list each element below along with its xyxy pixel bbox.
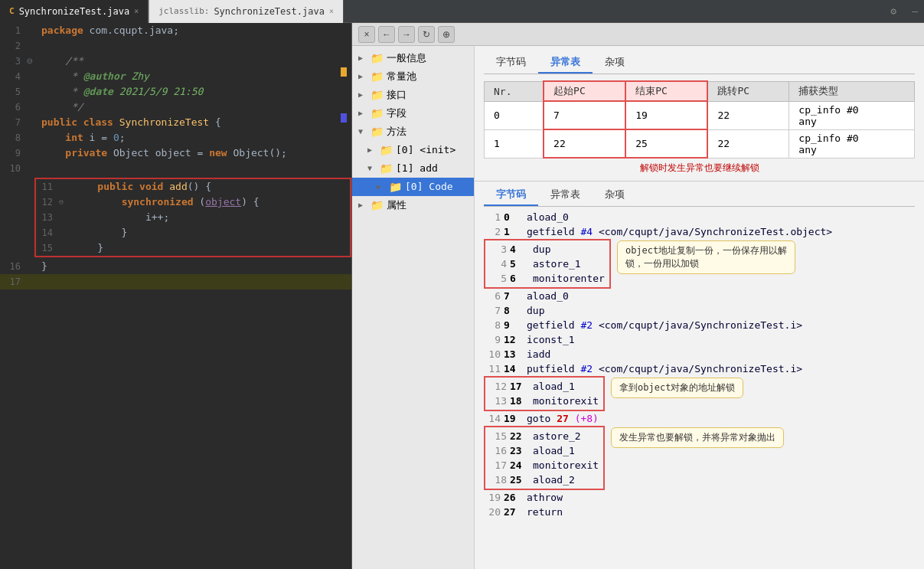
right-tab-close[interactable]: × (329, 7, 334, 15)
jclass-body: ▶ 📁 一般信息 ▶ 📁 常量池 ▶ 📁 接口 ▶ 📁 字段 (352, 46, 924, 569)
main-container: 1 package com.cqupt.java; 2 3 ⊖ /** 4 * … (0, 23, 924, 569)
col-catch: 捕获类型 (789, 81, 915, 101)
bookmark-1 (341, 67, 347, 77)
bc-line-6: 6 7 aload_0 (484, 289, 915, 303)
code-line-2: 2 (0, 38, 351, 54)
bytecode-section: 字节码 异常表 杂项 1 0 aload_0 2 1 getfield # (475, 181, 924, 522)
minimize-icon[interactable]: — (906, 5, 924, 17)
col-jump: 跳转PC (707, 81, 789, 101)
exc-row-1: 1 22 25 22 cp_info #0any (485, 129, 915, 158)
bookmark-2 (341, 113, 347, 123)
exc-start-0: 7 (544, 101, 625, 129)
tab-exception-top[interactable]: 异常表 (538, 52, 593, 74)
code-line-14: 14 } (36, 225, 350, 240)
tree-item-interface[interactable]: ▶ 📁 接口 (352, 86, 474, 104)
bc-line-2: 2 1 getfield #4 <com/cqupt/java/Synchron… (484, 224, 915, 239)
bc-redbox-3-annotation: 15 22 astore_2 16 23 aload_1 17 (484, 426, 915, 490)
exception-table-section: 字节码 异常表 杂项 Nr. 起始PC 结束PC 跳转PC 捕获类型 (475, 46, 924, 181)
code-line-11: 11 public void add() { (36, 179, 350, 195)
bc-line-20: 20 27 return (484, 505, 915, 519)
code-line-9: 9 private Object object = new Object(); (0, 146, 351, 161)
zoom-nav-btn[interactable]: ⊕ (438, 26, 455, 43)
tree-item-fields[interactable]: ▶ 📁 字段 (352, 104, 474, 123)
code-line-1: 1 package com.cqupt.java; (0, 23, 351, 38)
tab-exception-bottom[interactable]: 异常表 (538, 185, 593, 206)
bytecode-tab-row: 字节码 异常表 杂项 (484, 185, 915, 207)
tree-item-add[interactable]: ▼ 📁 [1] add (352, 159, 474, 178)
exception-tab-row: 字节码 异常表 杂项 (484, 52, 915, 74)
bc-line-13: 13 18 monitorexit (490, 394, 599, 408)
bc-redbox-1: 3 4 dup 4 5 astore_1 5 6 (484, 239, 611, 289)
jclass-panel: × ← → ↻ ⊕ ▶ 📁 一般信息 ▶ 📁 常量池 (352, 23, 924, 569)
annotation-dup: object地址复制一份，一份保存用以解锁，一份用以加锁 (617, 240, 795, 274)
refresh-nav-btn[interactable]: ↻ (418, 26, 435, 43)
right-tab-label: SynchronizeTest.java (214, 6, 325, 17)
bc-line-17: 17 24 monitorexit (490, 458, 599, 473)
bc-line-14: 14 19 goto 27 (+8) (484, 411, 915, 426)
bc-line-7: 7 8 dup (484, 303, 915, 318)
tree-panel: ▶ 📁 一般信息 ▶ 📁 常量池 ▶ 📁 接口 ▶ 📁 字段 (352, 46, 475, 569)
bc-redbox-2: 12 17 aload_1 13 18 monitorexit (484, 376, 605, 411)
exc-nr-0: 0 (485, 101, 544, 129)
tree-item-general[interactable]: ▶ 📁 一般信息 (352, 49, 474, 67)
settings-icon[interactable]: ⚙ (881, 5, 906, 17)
code-line-16: 16 } (0, 259, 351, 274)
exc-start-1: 22 (544, 129, 625, 158)
col-nr: Nr. (485, 81, 544, 101)
exc-end-1: 25 (625, 129, 707, 158)
bc-line-15: 15 22 astore_2 (490, 429, 599, 443)
code-line-5: 5 * @date 2021/5/9 21:50 (0, 84, 351, 100)
jclass-tabbar: × ← → ↻ ⊕ (352, 23, 924, 46)
close-nav-btn[interactable]: × (358, 26, 375, 43)
jclass-prefix: jclasslib: (158, 6, 209, 16)
exc-jump-1: 22 (707, 129, 789, 158)
tab-bytecode-bottom[interactable]: 字节码 (484, 185, 538, 206)
code-panel: 1 package com.cqupt.java; 2 3 ⊖ /** 4 * … (0, 23, 352, 569)
annotation-exception: 发生异常也要解锁，并将异常对象抛出 (611, 427, 784, 448)
exc-catch-1: cp_info #0any (789, 129, 915, 158)
tree-item-methods[interactable]: ▼ 📁 方法 (352, 123, 474, 141)
tree-item-code[interactable]: ▶ 📁 [0] Code (352, 178, 474, 196)
detail-area: 字节码 异常表 杂项 Nr. 起始PC 结束PC 跳转PC 捕获类型 (475, 46, 924, 569)
bc-redbox-1-annotation: 3 4 dup 4 5 astore_1 5 6 (484, 239, 915, 289)
exc-jump-0: 22 (707, 101, 789, 129)
annotation-monitorexit: 拿到object对象的地址解锁 (611, 378, 743, 398)
bc-line-4: 4 5 astore_1 (490, 257, 605, 271)
bc-line-16: 16 23 aload_1 (490, 443, 599, 458)
code-line-3: 3 ⊖ /** (0, 54, 351, 69)
jclass-nav: × ← → ↻ ⊕ (355, 26, 458, 43)
tab-bar: C SynchronizeTest.java × jclasslib: Sync… (0, 0, 924, 23)
bc-line-9: 9 12 iconst_1 (484, 332, 915, 347)
bc-line-12: 12 17 aload_1 (490, 379, 599, 394)
tree-item-attrs[interactable]: ▶ 📁 属性 (352, 196, 474, 214)
code-line-4: 4 * @author Zhy (0, 69, 351, 84)
tab-misc-top[interactable]: 杂项 (593, 52, 637, 74)
tab-misc-bottom[interactable]: 杂项 (593, 185, 637, 206)
tab-left-java[interactable]: C SynchronizeTest.java × (0, 0, 149, 23)
code-line-17: 17 (0, 274, 351, 289)
code-line-8: 8 int i = 0; (0, 130, 351, 146)
forward-nav-btn[interactable]: → (398, 26, 415, 43)
tree-item-constants[interactable]: ▶ 📁 常量池 (352, 67, 474, 86)
col-end: 结束PC (625, 81, 707, 101)
left-tab-close[interactable]: × (134, 7, 139, 15)
left-tab-label: SynchronizeTest.java (19, 6, 130, 17)
bc-line-10: 10 13 iadd (484, 347, 915, 361)
tree-item-init[interactable]: ▶ 📁 [0] <init> (352, 141, 474, 159)
code-line-10: 10 (0, 161, 351, 176)
code-line-7: 7 public class SynchronizeTest { (0, 115, 351, 130)
bc-redbox-3: 15 22 astore_2 16 23 aload_1 17 (484, 426, 605, 490)
col-start: 起始PC (544, 81, 625, 101)
exception-table: Nr. 起始PC 结束PC 跳转PC 捕获类型 0 7 19 (484, 80, 915, 159)
tab-bytecode-top[interactable]: 字节码 (484, 52, 538, 74)
exc-nr-1: 1 (485, 129, 544, 158)
exc-end-0: 19 (625, 101, 707, 129)
code-line-13: 13 i++; (36, 210, 350, 225)
back-nav-btn[interactable]: ← (378, 26, 395, 43)
tab-right-jclass[interactable]: jclasslib: SynchronizeTest.java × (149, 0, 344, 23)
code-line-6: 6 */ (0, 100, 351, 115)
bc-redbox-2-annotation: 12 17 aload_1 13 18 monitorexit 拿到object… (484, 376, 915, 411)
exc-catch-0: cp_info #0any (789, 101, 915, 129)
bc-line-8: 8 9 getfield #2 <com/cqupt/java/Synchron… (484, 318, 915, 332)
bc-line-18: 18 25 aload_2 (490, 473, 599, 487)
